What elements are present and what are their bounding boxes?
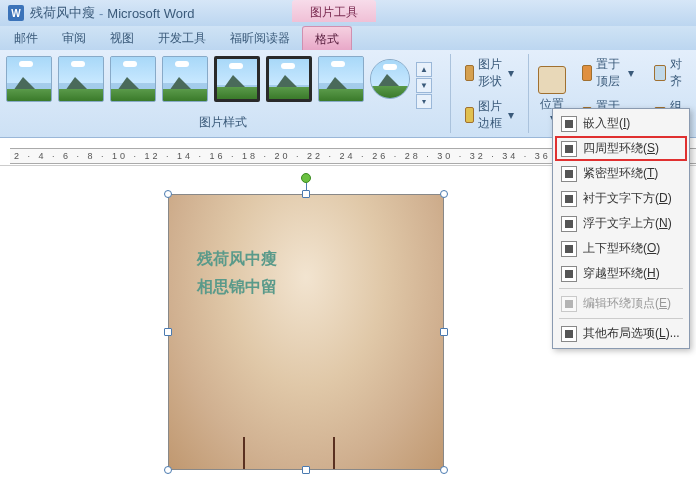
text-wrap-dropdown: 嵌入型(I) 四周型环绕(S) 紧密型环绕(T) 衬于文字下方(D) 浮于文字上… — [552, 108, 690, 349]
picture-shape-button[interactable]: 图片形状▾ — [461, 54, 518, 92]
picture-styles-gallery[interactable]: ▲ ▼ ▾ — [0, 50, 446, 110]
style-thumb-2[interactable] — [58, 56, 104, 102]
more-layout-icon — [561, 326, 577, 342]
edit-points-icon — [561, 296, 577, 312]
wrap-inline[interactable]: 嵌入型(I) — [555, 111, 687, 136]
resize-handle-w[interactable] — [164, 328, 172, 336]
resize-handle-nw[interactable] — [164, 190, 172, 198]
wrap-tight-icon — [561, 166, 577, 182]
wrap-in-front[interactable]: 浮于文字上方(N) — [555, 211, 687, 236]
resize-handle-ne[interactable] — [440, 190, 448, 198]
style-thumb-6[interactable] — [266, 56, 312, 102]
wrap-front-icon — [561, 216, 577, 232]
selected-image[interactable]: 残荷风中瘦 相思锦中留 — [168, 194, 444, 470]
bring-front-icon — [582, 65, 592, 81]
gallery-scroll-up-icon[interactable]: ▲ — [416, 62, 432, 77]
wrap-through[interactable]: 穿越型环绕(H) — [555, 261, 687, 286]
tab-review[interactable]: 审阅 — [50, 26, 98, 50]
shape-icon — [465, 65, 474, 81]
rotate-handle[interactable] — [301, 173, 311, 183]
picture-border-button[interactable]: 图片边框▾ — [461, 96, 518, 134]
title-separator: - — [99, 6, 103, 21]
more-layout-options[interactable]: 其他布局选项(L)... — [555, 321, 687, 346]
style-thumb-7[interactable] — [318, 56, 364, 102]
resize-handle-e[interactable] — [440, 328, 448, 336]
align-button[interactable]: 对齐 — [650, 54, 690, 92]
word-app-icon: W — [8, 5, 24, 21]
picture-styles-label: 图片样式 — [0, 110, 446, 131]
tab-mail[interactable]: 邮件 — [2, 26, 50, 50]
gallery-more-icon[interactable]: ▾ — [416, 94, 432, 109]
resize-handle-s[interactable] — [302, 466, 310, 474]
wrap-tight[interactable]: 紧密型环绕(T) — [555, 161, 687, 186]
style-thumb-5[interactable] — [214, 56, 260, 102]
wrap-topbottom-icon — [561, 241, 577, 257]
tab-format[interactable]: 格式 — [302, 26, 352, 50]
document-title: 残荷风中瘦 — [30, 4, 95, 22]
tab-developer[interactable]: 开发工具 — [146, 26, 218, 50]
resize-handle-se[interactable] — [440, 466, 448, 474]
style-thumb-3[interactable] — [110, 56, 156, 102]
style-thumb-4[interactable] — [162, 56, 208, 102]
style-thumb-1[interactable] — [6, 56, 52, 102]
position-icon — [538, 66, 566, 94]
image-content: 残荷风中瘦 相思锦中留 — [169, 195, 443, 469]
ribbon-tabs: 邮件 审阅 视图 开发工具 福昕阅读器 格式 — [0, 26, 696, 50]
image-overlay-text: 残荷风中瘦 相思锦中留 — [197, 245, 277, 301]
resize-handle-n[interactable] — [302, 190, 310, 198]
contextual-tab-label: 图片工具 — [292, 0, 376, 22]
resize-handle-sw[interactable] — [164, 466, 172, 474]
wrap-square-icon — [561, 141, 577, 157]
wrap-inline-icon — [561, 116, 577, 132]
wrap-behind-text[interactable]: 衬于文字下方(D) — [555, 186, 687, 211]
style-thumb-8[interactable] — [370, 59, 410, 99]
align-icon — [654, 65, 666, 81]
edit-wrap-points: 编辑环绕顶点(E) — [555, 291, 687, 316]
wrap-through-icon — [561, 266, 577, 282]
tab-view[interactable]: 视图 — [98, 26, 146, 50]
gallery-scroll-down-icon[interactable]: ▼ — [416, 78, 432, 93]
bring-to-front-button[interactable]: 置于顶层▾ — [578, 54, 638, 92]
wrap-top-bottom[interactable]: 上下型环绕(O) — [555, 236, 687, 261]
title-bar: W 残荷风中瘦 - Microsoft Word 图片工具 — [0, 0, 696, 26]
app-name: Microsoft Word — [107, 6, 194, 21]
wrap-square[interactable]: 四周型环绕(S) — [555, 136, 687, 161]
wrap-behind-icon — [561, 191, 577, 207]
tab-foxit[interactable]: 福昕阅读器 — [218, 26, 302, 50]
border-icon — [465, 107, 474, 123]
